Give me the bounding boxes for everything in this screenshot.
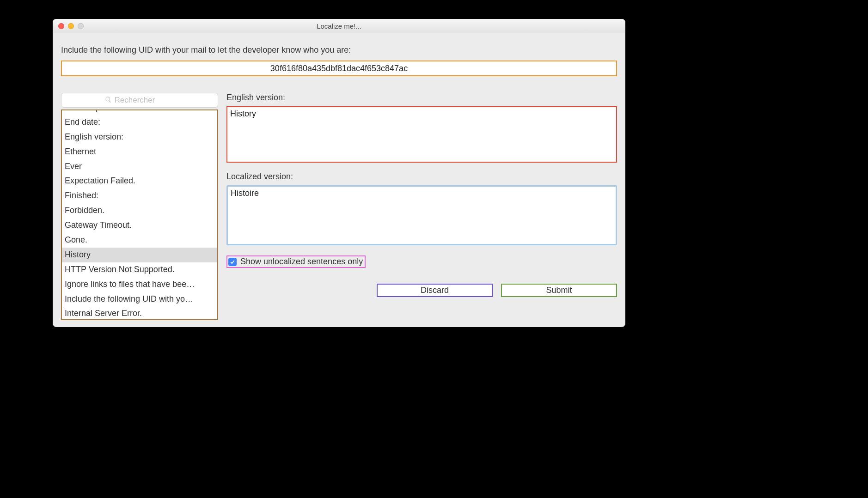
- discard-button[interactable]: Discard: [377, 284, 493, 297]
- english-version-field: History: [226, 106, 617, 163]
- english-version-text: History: [230, 109, 256, 118]
- discard-button-label: Discard: [421, 285, 449, 295]
- english-version-label: English version:: [226, 93, 617, 103]
- uid-value-text: 30f616f80a435dbf81dac4f653c847ac: [270, 64, 408, 73]
- list-item[interactable]: End date:: [62, 115, 217, 130]
- list-item[interactable]: Forbidden.: [62, 203, 217, 218]
- uid-value-field[interactable]: 30f616f80a435dbf81dac4f653c847ac: [61, 61, 617, 76]
- search-input[interactable]: [115, 96, 175, 105]
- list-item[interactable]: Internal Server Error.: [62, 306, 217, 320]
- list-item[interactable]: Edit Script: [62, 109, 217, 115]
- list-item[interactable]: History: [62, 248, 217, 262]
- uid-instruction-label: Include the following UID with your mail…: [61, 45, 617, 55]
- zoom-window-button[interactable]: [78, 23, 84, 29]
- submit-button[interactable]: Submit: [501, 284, 617, 297]
- sentence-listbox[interactable]: Edit ScriptEnd date:English version:Ethe…: [61, 109, 218, 320]
- list-item[interactable]: Ignore links to files that have bee…: [62, 277, 217, 292]
- list-item[interactable]: English version:: [62, 130, 217, 145]
- window-title: Localize me!...: [53, 22, 625, 30]
- search-icon: [105, 96, 112, 105]
- minimize-window-button[interactable]: [68, 23, 74, 29]
- list-item[interactable]: HTTP Version Not Supported.: [62, 262, 217, 277]
- localized-version-label: Localized version:: [226, 172, 617, 182]
- button-row: Discard Submit: [226, 284, 617, 297]
- titlebar[interactable]: Localize me!...: [53, 19, 625, 33]
- list-item[interactable]: Include the following UID with yo…: [62, 292, 217, 307]
- list-item[interactable]: Finished:: [62, 188, 217, 203]
- app-window: Localize me!... Include the following UI…: [53, 19, 625, 327]
- submit-button-label: Submit: [546, 285, 572, 295]
- list-item[interactable]: Gone.: [62, 233, 217, 248]
- main-columns: Edit ScriptEnd date:English version:Ethe…: [61, 93, 617, 320]
- search-field[interactable]: [61, 93, 218, 108]
- list-item[interactable]: Expectation Failed.: [62, 174, 217, 188]
- list-item[interactable]: Gateway Timeout.: [62, 218, 217, 233]
- show-unlocalized-checkbox[interactable]: [228, 258, 237, 266]
- left-column: Edit ScriptEnd date:English version:Ethe…: [61, 93, 218, 320]
- right-column: English version: History Localized versi…: [226, 93, 617, 320]
- show-unlocalized-label: Show unlocalized sentences only: [240, 257, 363, 267]
- list-item[interactable]: Ever: [62, 159, 217, 174]
- show-unlocalized-checkbox-row[interactable]: Show unlocalized sentences only: [226, 255, 366, 268]
- window-body: Include the following UID with your mail…: [53, 33, 625, 327]
- list-item[interactable]: Ethernet: [62, 145, 217, 159]
- traffic-lights: [53, 23, 84, 29]
- close-window-button[interactable]: [58, 23, 64, 29]
- localized-version-field[interactable]: [226, 185, 617, 245]
- checkmark-icon: [230, 259, 235, 265]
